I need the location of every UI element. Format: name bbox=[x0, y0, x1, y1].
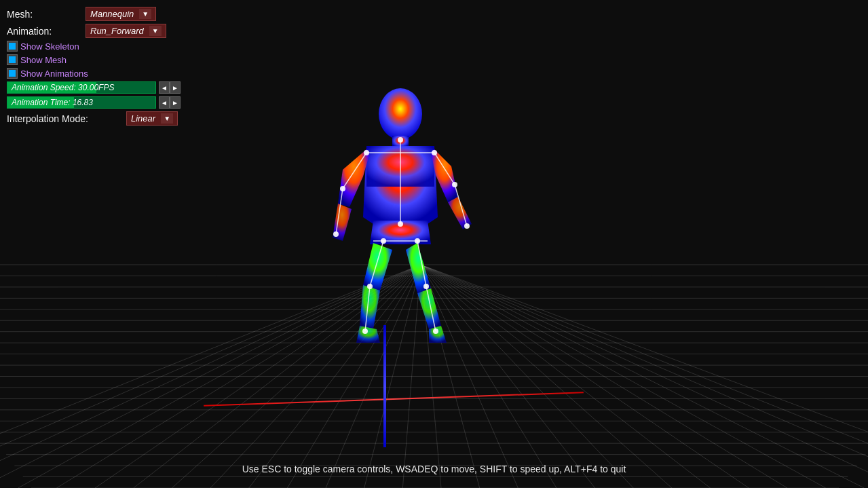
hint-text: Use ESC to toggle camera controls, WSADE… bbox=[242, 464, 626, 474]
svg-point-14 bbox=[398, 221, 403, 227]
show-skeleton-checkbox[interactable] bbox=[7, 41, 18, 52]
svg-point-24 bbox=[362, 329, 368, 334]
animation-label: Animation: bbox=[7, 26, 81, 37]
mesh-dropdown-arrow: ▼ bbox=[139, 9, 151, 19]
svg-point-23 bbox=[367, 284, 373, 289]
show-mesh-label: Show Mesh bbox=[20, 55, 67, 65]
mannequin-figure bbox=[312, 81, 489, 380]
anim-time-row: Animation Time: 16.83 ◄ ► bbox=[7, 96, 181, 109]
interp-dropdown[interactable]: Linear ▼ bbox=[126, 111, 178, 126]
svg-point-16 bbox=[432, 150, 437, 155]
animation-dropdown[interactable]: Run_Forward ▼ bbox=[86, 24, 166, 38]
anim-time-arrows: ◄ ► bbox=[159, 96, 181, 109]
svg-point-17 bbox=[340, 186, 345, 191]
show-animations-checkbox[interactable] bbox=[7, 68, 18, 79]
svg-point-19 bbox=[452, 182, 457, 187]
anim-speed-right-arrow[interactable]: ► bbox=[170, 81, 181, 94]
show-mesh-row[interactable]: Show Mesh bbox=[7, 54, 181, 65]
svg-point-15 bbox=[364, 150, 369, 155]
interpolation-row: Interpolation Mode: Linear ▼ bbox=[7, 111, 181, 126]
bottom-hint: Use ESC to toggle camera controls, WSADE… bbox=[0, 464, 868, 474]
show-skeleton-row[interactable]: Show Skeleton bbox=[7, 41, 181, 52]
controls-panel: Mesh: Mannequin ▼ Animation: Run_Forward… bbox=[7, 7, 181, 126]
mesh-label: Mesh: bbox=[7, 9, 81, 20]
svg-point-13 bbox=[398, 137, 403, 143]
mesh-dropdown[interactable]: Mannequin ▼ bbox=[86, 7, 156, 21]
show-mesh-checkbox[interactable] bbox=[7, 54, 18, 65]
animation-dropdown-value: Run_Forward bbox=[90, 26, 144, 36]
anim-time-right-arrow[interactable]: ► bbox=[170, 96, 181, 109]
svg-point-25 bbox=[423, 284, 429, 289]
anim-speed-text: Animation Speed: 30.00FPS bbox=[7, 83, 118, 92]
interp-label: Interpolation Mode: bbox=[7, 113, 122, 124]
mesh-row: Mesh: Mannequin ▼ bbox=[7, 7, 181, 21]
anim-speed-left-arrow[interactable]: ◄ bbox=[159, 81, 170, 94]
svg-point-22 bbox=[415, 238, 420, 244]
anim-time-left-arrow[interactable]: ◄ bbox=[159, 96, 170, 109]
interp-dropdown-value: Linear bbox=[131, 113, 155, 124]
anim-time-track[interactable]: Animation Time: 16.83 bbox=[7, 96, 156, 109]
anim-speed-row: Animation Speed: 30.00FPS ◄ ► bbox=[7, 81, 181, 94]
svg-point-26 bbox=[433, 329, 438, 334]
show-skeleton-label: Show Skeleton bbox=[20, 41, 79, 52]
show-animations-row[interactable]: Show Animations bbox=[7, 68, 181, 79]
show-animations-label: Show Animations bbox=[20, 69, 88, 79]
interp-dropdown-arrow: ▼ bbox=[161, 113, 173, 124]
svg-point-0 bbox=[379, 88, 422, 140]
anim-speed-track[interactable]: Animation Speed: 30.00FPS bbox=[7, 81, 156, 94]
mesh-dropdown-value: Mannequin bbox=[90, 9, 134, 19]
svg-point-18 bbox=[333, 231, 339, 237]
svg-point-20 bbox=[464, 223, 470, 229]
animation-dropdown-arrow: ▼ bbox=[149, 26, 162, 36]
svg-point-21 bbox=[381, 238, 386, 244]
animation-row: Animation: Run_Forward ▼ bbox=[7, 24, 181, 38]
anim-speed-arrows: ◄ ► bbox=[159, 81, 181, 94]
anim-time-text: Animation Time: 16.83 bbox=[7, 98, 97, 107]
